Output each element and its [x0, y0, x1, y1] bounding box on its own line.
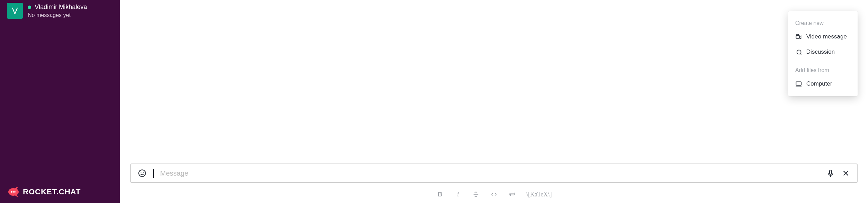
emoji-picker-button[interactable]: [137, 168, 147, 178]
svg-rect-3: [796, 36, 800, 38]
popup-section-create: Create new: [788, 17, 858, 29]
message-input[interactable]: [160, 169, 820, 177]
brand-footer: ROCKET.CHAT: [7, 186, 81, 198]
sidebar: V Vladimir Mikhaleva No messages yet ROC…: [0, 0, 120, 203]
menu-item-label: Video message: [806, 33, 847, 40]
popup-section-files: Add files from: [788, 64, 858, 76]
menu-item-label: Computer: [806, 80, 832, 87]
italic-button[interactable]: i: [454, 191, 462, 198]
brand-name: ROCKET.CHAT: [23, 187, 81, 196]
format-toolbar: B i \[KaTeX\]: [130, 191, 858, 198]
katex-button[interactable]: \[KaTeX\]: [526, 191, 552, 198]
svg-point-1: [12, 191, 14, 193]
svg-point-0: [11, 191, 12, 193]
dm-list-item[interactable]: V Vladimir Mikhaleva No messages yet: [0, 0, 120, 21]
computer-icon: [795, 80, 802, 87]
avatar: V: [7, 3, 23, 19]
rocketchat-logo-icon: [7, 186, 19, 198]
menu-item-discussion[interactable]: Discussion: [788, 44, 858, 60]
svg-rect-6: [796, 82, 801, 85]
svg-point-8: [139, 170, 146, 177]
close-plus-menu-button[interactable]: [841, 168, 851, 178]
plus-menu-popup: Create new Video message Discussion Add: [788, 11, 858, 96]
main-area: Create new Video message Discussion Add: [120, 0, 868, 203]
menu-item-computer[interactable]: Computer: [788, 76, 858, 91]
svg-point-4: [797, 34, 797, 35]
svg-point-5: [798, 34, 798, 35]
audio-record-button[interactable]: [826, 168, 835, 178]
video-camera-icon: [795, 33, 802, 40]
svg-point-2: [14, 191, 16, 193]
svg-point-9: [141, 172, 141, 173]
strike-button[interactable]: [472, 191, 480, 198]
dm-name: Vladimir Mikhaleva: [35, 3, 87, 11]
code-button[interactable]: [490, 191, 498, 198]
multiline-button[interactable]: [508, 191, 516, 198]
message-composer: [130, 164, 858, 183]
svg-point-10: [143, 172, 144, 173]
text-cursor: [153, 169, 154, 178]
dm-subtitle: No messages yet: [28, 12, 87, 18]
svg-rect-11: [830, 170, 832, 174]
dm-text: Vladimir Mikhaleva No messages yet: [28, 3, 87, 18]
bold-button[interactable]: B: [436, 191, 444, 198]
presence-online-icon: [28, 6, 31, 9]
discussion-icon: [795, 48, 802, 55]
menu-item-label: Discussion: [806, 48, 835, 55]
menu-item-video-message[interactable]: Video message: [788, 29, 858, 44]
